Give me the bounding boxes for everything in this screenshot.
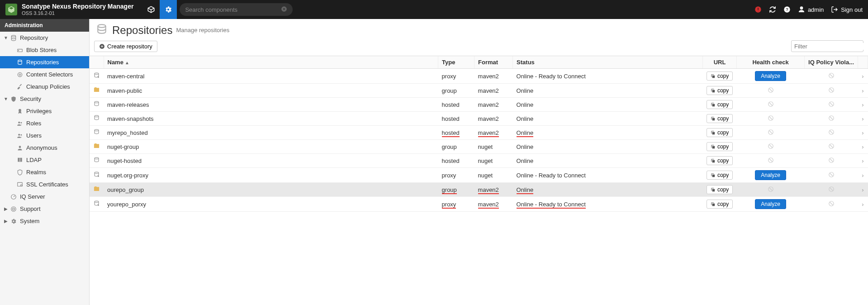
- users-icon: [16, 133, 24, 139]
- repo-name: nuget-hosted: [104, 154, 438, 168]
- copy-url-button[interactable]: copy: [707, 156, 733, 165]
- nav-item-security[interactable]: ▼Security: [0, 93, 89, 105]
- repo-type-icon: [90, 69, 104, 84]
- table-row[interactable]: nuget.org-proxyproxynugetOnline - Ready …: [90, 168, 868, 183]
- expand-icon: ▶: [3, 219, 9, 224]
- svg-point-12: [20, 122, 22, 123]
- analyze-button[interactable]: Analyze: [755, 199, 786, 209]
- copy-url-button[interactable]: copy: [707, 142, 733, 151]
- nav-item-iq-server[interactable]: IQ Server: [0, 191, 89, 203]
- row-chevron-icon[interactable]: ›: [858, 197, 868, 212]
- disabled-icon: [828, 73, 835, 80]
- table-row[interactable]: ourepo_groupgroupmaven2Online copy›: [90, 183, 868, 197]
- filter-box[interactable]: [791, 40, 863, 52]
- nav-item-content-selectors[interactable]: Content Selectors: [0, 68, 89, 81]
- copy-url-button[interactable]: copy: [707, 200, 733, 209]
- nav-item-realms[interactable]: Realms: [0, 166, 89, 178]
- row-chevron-icon[interactable]: ›: [858, 112, 868, 126]
- repo-format: maven2: [474, 183, 513, 197]
- nav-item-repository[interactable]: ▼Repository: [0, 32, 89, 44]
- table-row[interactable]: nuget-groupgroupnugetOnline copy›: [90, 140, 868, 154]
- col-icon[interactable]: [90, 56, 104, 69]
- svg-point-34: [95, 115, 99, 117]
- nav-item-repositories[interactable]: Repositories: [0, 56, 89, 68]
- filter-input[interactable]: [794, 43, 868, 50]
- repo-name: nuget-group: [104, 140, 438, 154]
- search-clear-icon[interactable]: [281, 6, 287, 14]
- nav-item-privileges[interactable]: Privileges: [0, 105, 89, 117]
- repo-name: maven-central: [104, 69, 438, 84]
- nav-item-roles[interactable]: Roles: [0, 117, 89, 129]
- table-row[interactable]: yourepo_porxyproxymaven2Online - Ready t…: [90, 197, 868, 212]
- refresh-icon[interactable]: [769, 6, 776, 13]
- table-row[interactable]: maven-publicgroupmaven2Online copy›: [90, 84, 868, 98]
- repo-type: proxy: [438, 69, 474, 84]
- svg-point-4: [11, 35, 15, 37]
- row-chevron-icon[interactable]: ›: [858, 168, 868, 183]
- search-box[interactable]: [180, 3, 293, 16]
- expand-icon: ▼: [3, 96, 9, 101]
- user-menu[interactable]: admin: [798, 6, 824, 13]
- disabled-icon: [828, 201, 835, 208]
- table-row[interactable]: maven-centralproxymaven2Online - Ready t…: [90, 69, 868, 84]
- create-repository-button[interactable]: Create repository: [94, 41, 157, 52]
- copy-url-button[interactable]: copy: [707, 100, 733, 109]
- svg-point-21: [98, 24, 105, 28]
- target-icon: [16, 71, 24, 78]
- table-row[interactable]: nuget-hostedhostednugetOnline copy›: [90, 154, 868, 168]
- admin-mode-button[interactable]: [160, 0, 177, 19]
- col-name[interactable]: Name▲: [104, 56, 438, 69]
- repo-name: maven-releases: [104, 98, 438, 112]
- browse-mode-button[interactable]: [142, 0, 160, 19]
- row-chevron-icon[interactable]: ›: [858, 98, 868, 112]
- col-format[interactable]: Format: [474, 56, 513, 69]
- svg-rect-52: [712, 189, 715, 191]
- nav-item-blob-stores[interactable]: Blob Stores: [0, 44, 89, 56]
- table-row[interactable]: maven-releaseshostedmaven2Online copy›: [90, 98, 868, 112]
- copy-url-button[interactable]: copy: [707, 86, 733, 95]
- col-iq[interactable]: IQ Policy Viola...: [805, 56, 858, 69]
- col-url[interactable]: URL: [703, 56, 737, 69]
- col-type[interactable]: Type: [438, 56, 474, 69]
- nav-item-users[interactable]: Users: [0, 129, 89, 142]
- repo-format: maven2: [474, 197, 513, 212]
- book-icon: [16, 157, 24, 163]
- alert-icon[interactable]: [754, 6, 762, 13]
- expand-icon: ▶: [3, 206, 9, 211]
- nav-item-ldap[interactable]: LDAP: [0, 154, 89, 166]
- row-chevron-icon[interactable]: ›: [858, 84, 868, 98]
- copy-url-button[interactable]: copy: [707, 171, 733, 180]
- copy-url-button[interactable]: copy: [707, 71, 733, 81]
- col-health[interactable]: Health check: [737, 56, 805, 69]
- row-chevron-icon[interactable]: ›: [858, 183, 868, 197]
- search-input[interactable]: [185, 6, 281, 13]
- table-row[interactable]: myrepo_hostedhostedmaven2Online copy›: [90, 126, 868, 140]
- nav-item-anonymous[interactable]: Anonymous: [0, 142, 89, 154]
- row-chevron-icon[interactable]: ›: [858, 140, 868, 154]
- analyze-button[interactable]: Analyze: [755, 170, 786, 180]
- signout-button[interactable]: Sign out: [831, 6, 863, 13]
- row-chevron-icon[interactable]: ›: [858, 154, 868, 168]
- repo-type-icon: [90, 98, 104, 112]
- nav-item-support[interactable]: ▶Support: [0, 203, 89, 215]
- repo-status: Online: [513, 112, 703, 126]
- row-chevron-icon[interactable]: ›: [858, 69, 868, 84]
- repo-type-icon: [90, 84, 104, 98]
- table-row[interactable]: maven-snapshotshostedmaven2Online copy›: [90, 112, 868, 126]
- col-status[interactable]: Status: [513, 56, 703, 69]
- copy-url-button[interactable]: copy: [707, 185, 733, 194]
- user-icon: [798, 6, 805, 13]
- nav-item-cleanup-policies[interactable]: Cleanup Policies: [0, 81, 89, 93]
- nav-item-system[interactable]: ▶System: [0, 215, 89, 227]
- nav-item-ssl-certificates[interactable]: SSL Certificates: [0, 178, 89, 191]
- copy-url-button[interactable]: copy: [707, 114, 733, 123]
- page-header: Repositories Manage repositories: [90, 19, 868, 40]
- row-chevron-icon[interactable]: ›: [858, 126, 868, 140]
- repo-type: hosted: [438, 154, 474, 168]
- analyze-button[interactable]: Analyze: [755, 71, 786, 81]
- svg-point-10: [19, 109, 21, 111]
- nav-label: Privileges: [26, 108, 52, 114]
- svg-rect-25: [712, 75, 715, 78]
- copy-url-button[interactable]: copy: [707, 128, 733, 137]
- help-icon[interactable]: ?: [783, 6, 791, 13]
